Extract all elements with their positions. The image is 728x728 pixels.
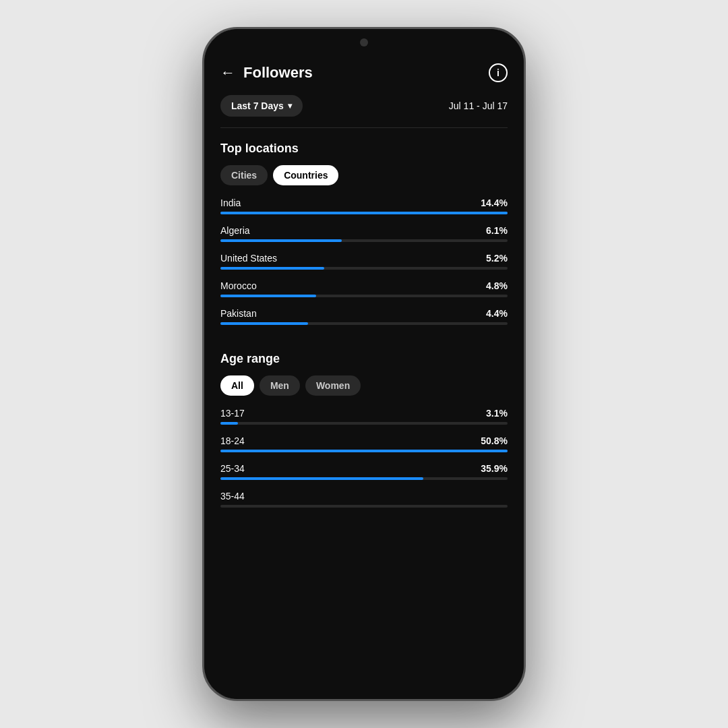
header: ← Followers i <box>204 56 524 90</box>
age-tab-group: AllMenWomen <box>220 375 508 396</box>
age-tab-all[interactable]: All <box>220 375 254 396</box>
date-range: Jul 11 - Jul 17 <box>449 100 508 111</box>
bar-track <box>220 295 508 297</box>
bar-track <box>220 477 508 480</box>
age-value: 35.9% <box>481 463 508 474</box>
age-bar-row: 25-3435.9% <box>220 463 508 480</box>
location-bar-row: Pakistan4.4% <box>220 308 508 325</box>
bar-track <box>220 422 508 425</box>
age-range-title: Age range <box>220 352 508 366</box>
location-label: Algeria <box>220 225 250 236</box>
location-value: 6.1% <box>486 225 508 236</box>
age-range-section: Age range AllMenWomen 13-173.1%18-2450.8… <box>204 336 524 508</box>
bar-fill <box>220 212 508 214</box>
phone-inner: ← Followers i Last 7 Days ▾ Jul 11 - Jul… <box>204 29 524 699</box>
bar-fill <box>220 267 324 270</box>
location-bar-row: India14.4% <box>220 198 508 214</box>
location-value: 5.2% <box>486 253 508 264</box>
age-label: 18-24 <box>220 435 245 446</box>
bar-track <box>220 267 508 270</box>
bar-track <box>220 212 508 214</box>
page-title: Followers <box>243 64 313 82</box>
dropdown-label: Last 7 Days <box>231 100 284 111</box>
location-value: 4.8% <box>486 280 508 291</box>
locations-tab-cities[interactable]: Cities <box>220 165 268 185</box>
age-label: 25-34 <box>220 463 245 474</box>
locations-tab-countries[interactable]: Countries <box>273 165 338 185</box>
age-value: 50.8% <box>481 435 508 446</box>
phone-shell: ← Followers i Last 7 Days ▾ Jul 11 - Jul… <box>202 27 526 701</box>
location-label: Morocco <box>220 280 257 291</box>
location-value: 14.4% <box>481 198 508 208</box>
bar-fill <box>220 239 342 242</box>
bar-track <box>220 505 508 508</box>
bar-fill <box>220 422 238 425</box>
filter-row: Last 7 Days ▾ Jul 11 - Jul 17 <box>204 90 524 127</box>
age-label: 35-44 <box>220 491 245 502</box>
age-bar-row: 18-2450.8% <box>220 435 508 452</box>
bar-track <box>220 450 508 452</box>
date-dropdown[interactable]: Last 7 Days ▾ <box>220 95 303 117</box>
chevron-down-icon: ▾ <box>288 101 292 111</box>
location-bar-row: United States5.2% <box>220 253 508 270</box>
age-bar-row: 35-44 <box>220 491 508 508</box>
camera-notch <box>360 38 368 47</box>
age-tab-men[interactable]: Men <box>260 375 300 396</box>
location-bars: India14.4%Algeria6.1%United States5.2%Mo… <box>220 198 508 325</box>
info-button[interactable]: i <box>489 63 508 82</box>
location-bar-row: Algeria6.1% <box>220 225 508 242</box>
location-label: United States <box>220 253 277 264</box>
locations-tab-group: CitiesCountries <box>220 165 508 185</box>
bar-track <box>220 322 508 325</box>
screen: ← Followers i Last 7 Days ▾ Jul 11 - Jul… <box>204 29 524 699</box>
location-label: India <box>220 198 241 208</box>
top-locations-section: Top locations CitiesCountries India14.4%… <box>204 128 524 325</box>
bar-fill <box>220 322 308 325</box>
location-label: Pakistan <box>220 308 257 319</box>
age-label: 13-17 <box>220 408 245 419</box>
top-locations-title: Top locations <box>220 142 508 156</box>
location-value: 4.4% <box>486 308 508 319</box>
age-bars: 13-173.1%18-2450.8%25-3435.9%35-44 <box>220 408 508 508</box>
age-bar-row: 13-173.1% <box>220 408 508 425</box>
age-value: 3.1% <box>486 408 508 419</box>
location-bar-row: Morocco4.8% <box>220 280 508 297</box>
back-button[interactable]: ← <box>220 64 235 82</box>
bar-track <box>220 239 508 242</box>
age-tab-women[interactable]: Women <box>305 375 361 396</box>
bar-fill <box>220 477 423 480</box>
bar-fill <box>220 295 316 297</box>
bar-fill <box>220 450 508 452</box>
